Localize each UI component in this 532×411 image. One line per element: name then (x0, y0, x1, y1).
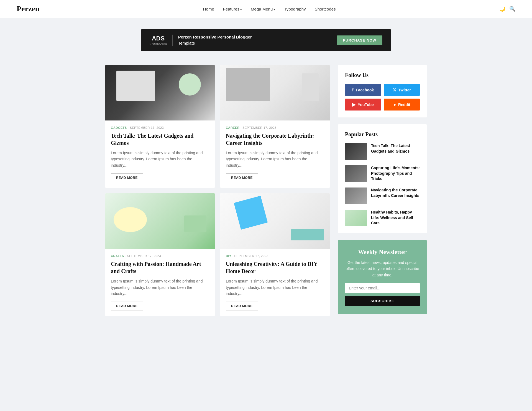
popular-post-item: Tech Talk: The Latest Gadgets and Gizmos (345, 143, 420, 160)
article-body: DIY · SEPTEMBER 17, 2023 Unleashing Crea… (220, 249, 330, 316)
article-meta: DIY · SEPTEMBER 17, 2023 (226, 254, 324, 258)
popular-post-title[interactable]: Capturing Life's Moments: Photography Ti… (371, 165, 420, 182)
main-nav: Home Features Mega Menu Typography Short… (203, 7, 336, 11)
popular-posts-title: Popular Posts (345, 131, 420, 138)
banner-divider (172, 35, 173, 46)
read-more-button[interactable]: READ MORE (226, 173, 258, 182)
site-header: Perzen Home Features Mega Menu Typograph… (0, 0, 532, 18)
ad-banner: ADS 970x90 Area Perzen Responsive Person… (141, 29, 391, 51)
nav-typography[interactable]: Typography (284, 7, 306, 11)
article-title: Navigating the Corporate Labyrinth: Care… (226, 132, 324, 147)
facebook-button[interactable]: f Facebook (345, 84, 381, 96)
article-meta: CAREER · SEPTEMBER 17, 2023 (226, 126, 324, 129)
newsletter-section: Weekly Newsletter Get the latest news, u… (338, 240, 427, 314)
read-more-button[interactable]: READ MORE (111, 173, 143, 182)
article-image-career (220, 65, 330, 120)
read-more-button[interactable]: READ MORE (226, 302, 258, 310)
popular-posts-section: Popular Posts Tech Talk: The Latest Gadg… (338, 124, 427, 233)
article-title: Unleashing Creativity: A Guide to DIY Ho… (226, 260, 324, 275)
youtube-icon: ▶ (352, 102, 355, 107)
popular-post-item: Healthy Habits, Happy Life: Wellness and… (345, 210, 420, 226)
banner-left: ADS 970x90 Area Perzen Responsive Person… (150, 34, 252, 47)
newsletter-email-input[interactable] (345, 283, 420, 293)
popular-post-image (345, 187, 367, 204)
article-card: DIY · SEPTEMBER 17, 2023 Unleashing Crea… (220, 193, 330, 316)
purchase-now-button[interactable]: PURCHASE NOW (337, 35, 382, 45)
logo[interactable]: Perzen (17, 4, 39, 13)
nav-features[interactable]: Features (223, 7, 242, 11)
popular-post-title[interactable]: Healthy Habits, Happy Life: Wellness and… (371, 210, 420, 226)
article-card: CRAFTS · SEPTEMBER 17, 2023 Crafting wit… (105, 193, 215, 316)
banner-ads-label: ADS 970x90 Area (150, 35, 167, 45)
article-image-gadgets (105, 65, 215, 120)
article-body: GADGETS · SEPTEMBER 17, 2023 Tech Talk: … (105, 120, 215, 188)
popular-post-title[interactable]: Navigating the Corporate Labyrinth: Care… (371, 187, 420, 198)
nav-icons: 🌙 🔍 (499, 6, 515, 12)
sidebar: Follow Us f Facebook 𝕏 Twitter ▶ YouTube… (338, 65, 427, 316)
article-body: CAREER · SEPTEMBER 17, 2023 Navigating t… (220, 120, 330, 188)
article-card: GADGETS · SEPTEMBER 17, 2023 Tech Talk: … (105, 65, 215, 188)
article-title: Tech Talk: The Latest Gadgets and Gizmos (111, 132, 209, 147)
read-more-button[interactable]: READ MORE (111, 302, 143, 310)
twitter-icon: 𝕏 (393, 87, 396, 93)
popular-post-item: Navigating the Corporate Labyrinth: Care… (345, 187, 420, 204)
article-excerpt: Lorem Ipsum is simply dummy text of the … (111, 278, 209, 297)
article-body: CRAFTS · SEPTEMBER 17, 2023 Crafting wit… (105, 249, 215, 316)
nav-shortcodes[interactable]: Shortcodes (315, 7, 336, 11)
twitter-button[interactable]: 𝕏 Twitter (384, 84, 420, 96)
social-grid: f Facebook 𝕏 Twitter ▶ YouTube ● Reddit (345, 84, 420, 111)
search-button[interactable]: 🔍 (509, 6, 515, 12)
article-meta: CRAFTS · SEPTEMBER 17, 2023 (111, 254, 209, 258)
articles-grid: GADGETS · SEPTEMBER 17, 2023 Tech Talk: … (105, 65, 330, 316)
popular-post-title[interactable]: Tech Talk: The Latest Gadgets and Gizmos (371, 143, 420, 154)
popular-post-image (345, 165, 367, 182)
article-image-diy (220, 193, 330, 249)
reddit-icon: ● (393, 102, 396, 107)
reddit-button[interactable]: ● Reddit (384, 99, 420, 111)
newsletter-description: Get the latest news, updates and special… (345, 260, 420, 278)
nav-mega-menu[interactable]: Mega Menu (251, 7, 275, 11)
youtube-button[interactable]: ▶ YouTube (345, 99, 381, 111)
article-card: CAREER · SEPTEMBER 17, 2023 Navigating t… (220, 65, 330, 188)
popular-post-image (345, 143, 367, 160)
banner-description: Perzen Responsive Personal Blogger Templ… (178, 34, 252, 47)
article-image-crafts (105, 193, 215, 249)
article-title: Crafting with Passion: Handmade Art and … (111, 260, 209, 275)
dark-mode-toggle[interactable]: 🌙 (499, 6, 505, 12)
popular-post-item: Capturing Life's Moments: Photography Ti… (345, 165, 420, 182)
follow-us-section: Follow Us f Facebook 𝕏 Twitter ▶ YouTube… (338, 65, 427, 117)
article-excerpt: Lorem Ipsum is simply dummy text of the … (111, 150, 209, 168)
article-excerpt: Lorem Ipsum is simply dummy text of the … (226, 278, 324, 297)
article-excerpt: Lorem Ipsum is simply dummy text of the … (226, 150, 324, 168)
follow-us-title: Follow Us (345, 72, 420, 78)
popular-post-image (345, 210, 367, 226)
nav-home[interactable]: Home (203, 7, 214, 11)
facebook-icon: f (352, 88, 354, 93)
newsletter-subscribe-button[interactable]: SUBSCRIBE (345, 296, 420, 306)
article-meta: GADGETS · SEPTEMBER 17, 2023 (111, 126, 209, 129)
content-area: GADGETS · SEPTEMBER 17, 2023 Tech Talk: … (105, 65, 330, 316)
newsletter-title: Weekly Newsletter (345, 248, 420, 256)
